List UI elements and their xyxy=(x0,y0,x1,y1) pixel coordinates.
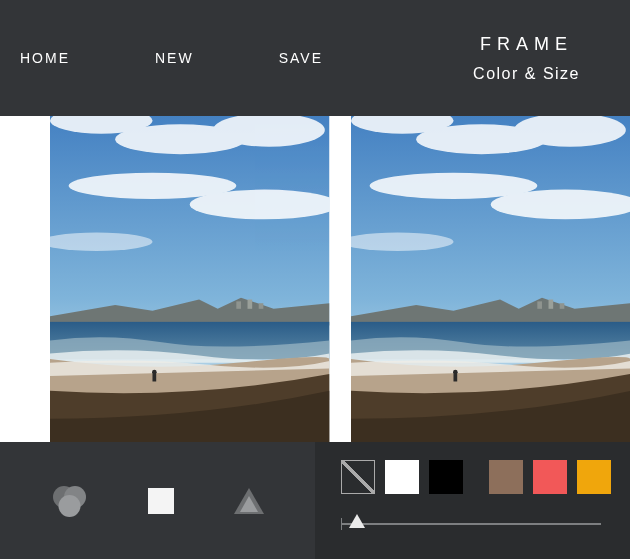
frame-panel xyxy=(315,442,630,559)
frame-tool[interactable] xyxy=(148,488,174,514)
panel-header: FRAME Color & Size xyxy=(473,34,580,83)
transform-tool[interactable] xyxy=(234,488,264,514)
square-icon xyxy=(148,488,174,514)
swatch-white[interactable] xyxy=(385,460,419,494)
color-swatches xyxy=(341,460,630,494)
triangle-icon xyxy=(234,488,264,514)
nav-home[interactable]: HOME xyxy=(20,50,70,66)
swatch-none[interactable] xyxy=(341,460,375,494)
swatch-red[interactable] xyxy=(533,460,567,494)
swatch-gold[interactable] xyxy=(577,460,611,494)
tool-bar xyxy=(0,442,315,559)
bottom-bar xyxy=(0,442,630,559)
photo-original xyxy=(50,116,330,442)
svg-point-18 xyxy=(59,495,81,517)
swatch-black[interactable] xyxy=(429,460,463,494)
nav-new[interactable]: NEW xyxy=(155,50,194,66)
nav-save[interactable]: SAVE xyxy=(279,50,323,66)
filter-tool[interactable] xyxy=(50,484,88,518)
panel-subtitle: Color & Size xyxy=(473,65,580,83)
photo-framed xyxy=(351,116,631,442)
nav-menu: HOME NEW SAVE xyxy=(20,50,323,66)
slider-handle[interactable] xyxy=(349,514,365,528)
slider-track xyxy=(341,523,601,525)
svg-rect-19 xyxy=(148,488,174,514)
venn-icon xyxy=(50,484,88,518)
size-slider[interactable] xyxy=(341,516,601,532)
preview-area xyxy=(0,116,630,442)
top-bar: HOME NEW SAVE FRAME Color & Size xyxy=(0,0,630,116)
swatch-tan[interactable] xyxy=(489,460,523,494)
preview-left xyxy=(0,116,350,442)
slider-tick xyxy=(341,518,342,530)
preview-right xyxy=(350,116,631,442)
panel-title: FRAME xyxy=(480,34,573,55)
svg-marker-22 xyxy=(349,514,365,528)
